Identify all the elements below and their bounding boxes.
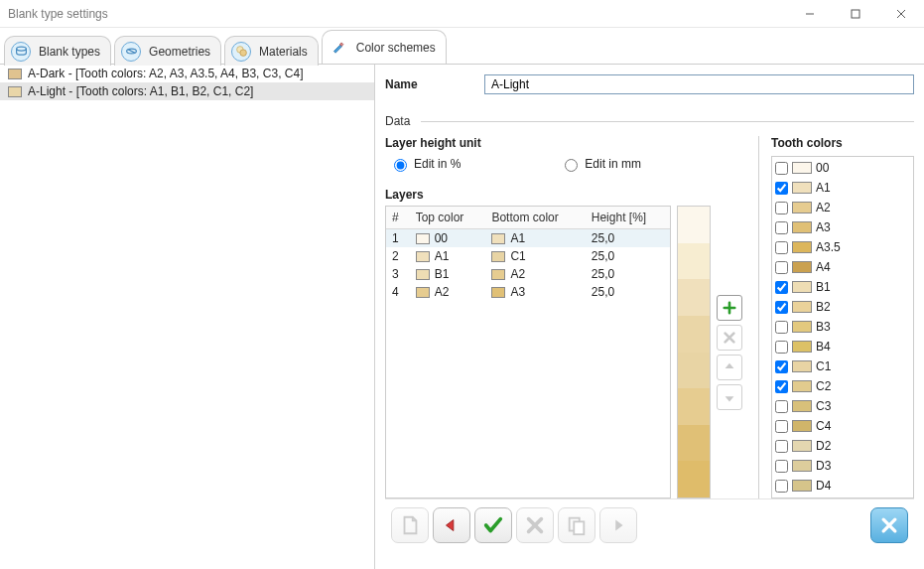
bottom-color-name: A3 xyxy=(510,285,525,299)
delete-layer-button[interactable] xyxy=(717,325,742,351)
tooth-color-swatch xyxy=(792,202,812,213)
tooth-color-checkbox[interactable] xyxy=(775,261,788,274)
tooth-color-name: D4 xyxy=(816,479,831,493)
tooth-color-name: B2 xyxy=(816,300,831,314)
layer-row[interactable]: 4A2A325,0 xyxy=(386,283,670,301)
svg-line-6 xyxy=(128,50,135,53)
tooth-color-checkbox[interactable] xyxy=(775,440,788,453)
radio-edit-mm-input[interactable] xyxy=(565,159,578,172)
radio-edit-percent-input[interactable] xyxy=(394,159,407,172)
delete-button[interactable] xyxy=(516,507,554,543)
tab-color-schemes[interactable]: Color schemes xyxy=(322,30,447,64)
tooth-color-swatch xyxy=(792,440,812,452)
tab-materials[interactable]: Materials xyxy=(224,36,319,66)
tooth-color-item[interactable]: C2 xyxy=(773,376,912,396)
layer-row[interactable]: 100A125,0 xyxy=(386,229,670,248)
tooth-color-item[interactable]: A3.5 xyxy=(773,237,912,257)
tooth-color-item[interactable]: D2 xyxy=(773,436,912,456)
tooth-color-checkbox[interactable] xyxy=(775,460,788,473)
new-button[interactable] xyxy=(391,507,429,543)
tooth-color-checkbox[interactable] xyxy=(775,182,788,195)
copy-button[interactable] xyxy=(558,507,595,543)
radio-edit-percent[interactable]: Edit in % xyxy=(389,156,461,172)
data-fieldset: Data Layer height unit Edit in % Edi xyxy=(385,114,914,498)
tooth-color-checkbox[interactable] xyxy=(775,420,788,433)
tooth-color-item[interactable]: C3 xyxy=(773,396,912,416)
scheme-list[interactable]: A-Dark - [Tooth colors: A2, A3, A3.5, A4… xyxy=(0,65,375,569)
undo-button[interactable] xyxy=(433,507,470,543)
tooth-color-item[interactable]: D4 xyxy=(773,476,912,496)
scheme-swatch xyxy=(8,69,22,79)
maximize-button[interactable] xyxy=(833,0,878,28)
tooth-color-checkbox[interactable] xyxy=(775,301,788,314)
tab-geometries[interactable]: Geometries xyxy=(114,36,221,66)
scheme-label: A-Light - [Tooth colors: A1, B1, B2, C1,… xyxy=(28,84,253,98)
tooth-color-item[interactable]: A1 xyxy=(773,178,912,198)
bottom-color-swatch xyxy=(491,269,505,280)
tooth-color-checkbox[interactable] xyxy=(775,360,788,373)
scheme-item[interactable]: A-Light - [Tooth colors: A1, B1, B2, C1,… xyxy=(0,82,374,100)
close-button[interactable] xyxy=(878,0,924,28)
svg-rect-1 xyxy=(852,10,859,18)
bottom-toolbar xyxy=(385,498,914,551)
tooth-color-swatch xyxy=(792,261,812,273)
tab-blank-types[interactable]: Blank types xyxy=(4,36,111,66)
tooth-color-item[interactable]: A3 xyxy=(773,217,912,237)
tooth-color-swatch xyxy=(792,241,812,253)
tab-bar: Blank types Geometries Materials Color s… xyxy=(0,28,924,64)
tooth-color-item[interactable]: D3 xyxy=(773,456,912,476)
minimize-button[interactable] xyxy=(787,0,833,28)
layer-row[interactable]: 2A1C125,0 xyxy=(386,247,670,265)
tooth-color-item[interactable]: C1 xyxy=(773,356,912,376)
tooth-color-checkbox[interactable] xyxy=(775,341,788,354)
next-button[interactable] xyxy=(599,507,637,543)
bottom-color-swatch xyxy=(491,251,505,262)
tooth-color-item[interactable]: 00 xyxy=(773,158,912,178)
tooth-color-item[interactable]: C4 xyxy=(773,416,912,436)
scheme-label: A-Dark - [Tooth colors: A2, A3, A3.5, A4… xyxy=(28,67,303,80)
apply-button[interactable] xyxy=(474,507,512,543)
tooth-color-checkbox[interactable] xyxy=(775,221,788,234)
tooth-color-item[interactable]: B2 xyxy=(773,297,912,317)
tooth-color-name: A1 xyxy=(816,181,831,195)
tooth-color-checkbox[interactable] xyxy=(775,321,788,334)
layer-row[interactable]: 3B1A225,0 xyxy=(386,265,670,283)
layer-num: 3 xyxy=(386,265,410,283)
svg-rect-11 xyxy=(574,521,584,534)
scheme-item[interactable]: A-Dark - [Tooth colors: A2, A3, A3.5, A4… xyxy=(0,65,374,82)
top-color-name: A1 xyxy=(435,249,450,263)
tooth-color-item[interactable]: A4 xyxy=(773,257,912,277)
tooth-color-checkbox[interactable] xyxy=(775,480,788,493)
name-input[interactable] xyxy=(484,74,914,94)
col-num: # xyxy=(386,207,410,229)
tooth-color-item[interactable]: B1 xyxy=(773,277,912,297)
tooth-color-checkbox[interactable] xyxy=(775,241,788,254)
tooth-color-checkbox[interactable] xyxy=(775,281,788,294)
col-height: Height [%] xyxy=(586,207,670,229)
tooth-color-name: 00 xyxy=(816,161,829,175)
top-color-swatch xyxy=(416,287,430,298)
svg-point-8 xyxy=(239,50,246,57)
tooth-color-checkbox[interactable] xyxy=(775,162,788,175)
tooth-color-name: A2 xyxy=(816,201,831,214)
radio-edit-mm[interactable]: Edit in mm xyxy=(560,156,641,172)
tooth-color-item[interactable]: B3 xyxy=(773,317,912,337)
tooth-color-checkbox[interactable] xyxy=(775,202,788,214)
tooth-colors-list[interactable]: 00A1A2A3A3.5A4B1B2B3B4C1C2C3C4D2D3D4 xyxy=(771,156,914,498)
scheme-swatch xyxy=(8,86,22,97)
tooth-color-item[interactable]: B4 xyxy=(773,337,912,356)
add-layer-button[interactable] xyxy=(717,295,742,321)
tooth-color-item[interactable]: A2 xyxy=(773,198,912,217)
layers-table[interactable]: # Top color Bottom color Height [%] 100A… xyxy=(385,206,671,498)
tooth-color-swatch xyxy=(792,460,812,472)
name-label: Name xyxy=(385,77,464,91)
window-buttons xyxy=(787,0,924,28)
top-color-swatch xyxy=(416,269,430,280)
tooth-color-checkbox[interactable] xyxy=(775,400,788,413)
layer-num: 2 xyxy=(386,247,410,265)
close-dialog-button[interactable] xyxy=(870,507,908,543)
tooth-color-checkbox[interactable] xyxy=(775,380,788,393)
col-top: Top color xyxy=(410,207,486,229)
move-layer-up-button[interactable] xyxy=(717,355,742,380)
move-layer-down-button[interactable] xyxy=(717,384,742,410)
